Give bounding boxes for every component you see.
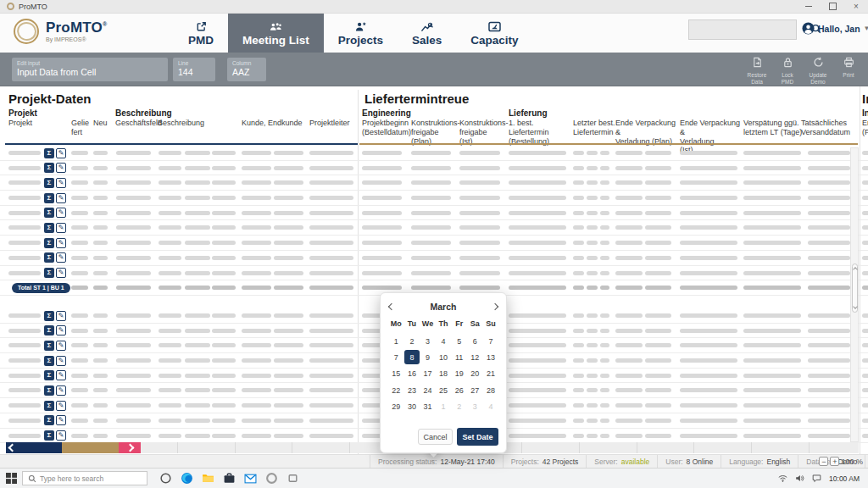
calendar-day[interactable]: 5 [451, 334, 467, 348]
tab-meeting-list[interactable]: Meeting List [228, 14, 324, 53]
edit-row-button[interactable]: ✎ [56, 311, 66, 321]
sum-button[interactable]: Σ [44, 311, 54, 321]
edit-row-button[interactable]: ✎ [56, 252, 66, 263]
table-row[interactable]: Σ✎ [0, 266, 868, 281]
calendar-day[interactable]: 17 [420, 367, 436, 381]
calendar-day[interactable]: 9 [420, 350, 436, 364]
edge-browser-icon[interactable] [181, 472, 193, 485]
calendar-day[interactable]: 2 [404, 334, 420, 348]
field-edit-input[interactable]: Edit inputInput Data from Cell [12, 58, 168, 81]
calendar-day[interactable]: 19 [451, 367, 467, 381]
edit-row-button[interactable]: ✎ [56, 178, 66, 188]
set-date-button[interactable]: Set Date [457, 428, 498, 446]
sum-button[interactable]: Σ [44, 385, 54, 396]
edit-row-button[interactable]: ✎ [56, 401, 66, 411]
search-input[interactable] [689, 25, 811, 35]
table-row[interactable]: Σ✎ [0, 251, 868, 266]
calendar-day[interactable]: 7 [483, 334, 499, 348]
edit-row-button[interactable]: ✎ [56, 163, 66, 173]
calendar-day[interactable]: 23 [404, 383, 420, 397]
calendar-day[interactable]: 21 [483, 367, 499, 381]
edit-row-button[interactable]: ✎ [56, 370, 66, 380]
calendar-day[interactable]: 30 [404, 400, 420, 414]
tab-projects[interactable]: Projects [324, 14, 398, 53]
sum-button[interactable]: Σ [44, 356, 54, 366]
calendar-day[interactable]: 26 [451, 383, 467, 397]
edit-row-button[interactable]: ✎ [56, 208, 66, 218]
pinned-app-icon[interactable] [287, 472, 299, 485]
sum-button[interactable]: Σ [44, 325, 54, 336]
calendar-day[interactable]: 28 [483, 383, 499, 397]
calendar-day[interactable]: 3 [420, 334, 436, 348]
notifications-icon[interactable] [812, 474, 821, 483]
vertical-scrollbar[interactable] [850, 147, 859, 442]
cancel-button[interactable]: Cancel [418, 429, 453, 445]
mail-app-icon[interactable] [244, 472, 257, 485]
minimize-button[interactable] [797, 0, 821, 13]
edit-row-button[interactable]: ✎ [56, 148, 66, 158]
taskbar-search-box[interactable]: Type here to search [22, 471, 147, 485]
edit-row-button[interactable]: ✎ [56, 415, 66, 425]
briefcase-app-icon[interactable] [223, 472, 236, 485]
table-row[interactable]: Σ✎ [0, 236, 868, 251]
sum-button[interactable]: Σ [44, 148, 54, 158]
sum-button[interactable]: Σ [44, 415, 54, 425]
table-row[interactable]: Σ✎ [0, 175, 868, 191]
clock[interactable]: 10:00 AM [829, 474, 860, 483]
edit-row-button[interactable]: ✎ [56, 193, 66, 203]
tab-sales[interactable]: Sales [398, 14, 456, 53]
field-line[interactable]: Line144 [173, 58, 215, 81]
edit-row-button[interactable]: ✎ [56, 223, 66, 233]
calendar-day[interactable]: 1 [388, 334, 404, 348]
settings-app-icon[interactable] [265, 472, 278, 485]
scroll-right-button[interactable] [119, 442, 141, 453]
calendar-prev-month-button[interactable] [381, 304, 403, 309]
start-button[interactable] [0, 473, 22, 484]
calendar-day[interactable]: 22 [388, 383, 404, 397]
calendar-day[interactable]: 11 [451, 350, 467, 364]
user-menu[interactable]: Hallo, Jan ▼ [802, 22, 868, 35]
sum-button[interactable]: Σ [44, 163, 54, 173]
header-search-box[interactable] [688, 19, 797, 40]
calendar-day[interactable]: 10 [436, 350, 452, 364]
close-button[interactable]: × [844, 0, 868, 13]
sum-button[interactable]: Σ [44, 208, 54, 218]
volume-icon[interactable] [795, 474, 804, 483]
table-row[interactable]: Σ✎ [0, 191, 868, 206]
calendar-day[interactable]: 13 [483, 350, 499, 364]
calendar-day[interactable]: 29 [388, 400, 404, 414]
edit-row-button[interactable]: ✎ [56, 385, 66, 396]
file-explorer-icon[interactable] [202, 472, 214, 485]
calendar-day[interactable]: 25 [436, 383, 452, 397]
scroll-left-button[interactable] [6, 442, 62, 453]
sum-button[interactable]: Σ [44, 178, 54, 188]
maximize-button[interactable] [821, 0, 844, 13]
calendar-day[interactable]: 7 [388, 350, 404, 364]
field-column[interactable]: ColumnAAZ [227, 58, 266, 81]
calendar-day[interactable]: 27 [467, 383, 483, 397]
calendar-day[interactable]: 20 [467, 367, 483, 381]
calendar-day[interactable]: 6 [467, 334, 483, 348]
vertical-scrollbar-thumb[interactable] [852, 263, 858, 313]
sum-button[interactable]: Σ [44, 370, 54, 380]
table-row[interactable]: Σ✎ [0, 206, 868, 221]
calendar-day[interactable]: 16 [404, 367, 420, 381]
edit-row-button[interactable]: ✎ [56, 356, 66, 366]
tab-capacity[interactable]: Capacity [456, 14, 532, 53]
edit-row-button[interactable]: ✎ [56, 430, 66, 441]
zoom-in-button[interactable]: + [830, 457, 839, 466]
calendar-day[interactable]: 4 [436, 334, 452, 348]
horizontal-scrollbar-thumb[interactable] [62, 442, 119, 453]
calendar-day[interactable]: 15 [388, 367, 404, 381]
sum-button[interactable]: Σ [44, 193, 54, 203]
calendar-next-month-button[interactable] [484, 304, 506, 309]
wifi-icon[interactable] [778, 474, 787, 483]
table-row[interactable]: Σ✎ [0, 220, 868, 236]
calendar-day[interactable]: 31 [420, 400, 436, 414]
edit-row-button[interactable]: ✎ [56, 268, 66, 278]
cortana-icon[interactable] [159, 472, 172, 485]
sum-button[interactable]: Σ [44, 252, 54, 263]
sum-button[interactable]: Σ [44, 223, 54, 233]
sum-button[interactable]: Σ [44, 341, 54, 351]
sum-button[interactable]: Σ [44, 268, 54, 278]
